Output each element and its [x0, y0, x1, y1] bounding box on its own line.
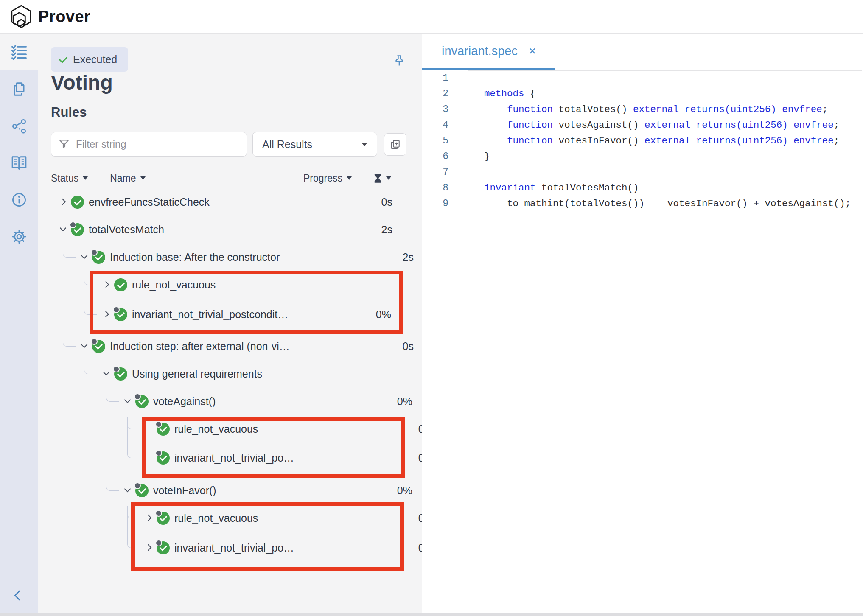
- tree-row[interactable]: invariant_not_trivial_po… 0% 0s: [51, 444, 422, 471]
- close-icon[interactable]: ×: [529, 45, 536, 57]
- sidebar-item-call-resolution[interactable]: [0, 107, 38, 144]
- rule-name: envfreeFuncsStaticCheck: [89, 196, 322, 208]
- chevron-down-icon[interactable]: [122, 396, 133, 407]
- pin-panel-button[interactable]: [392, 54, 406, 68]
- code-line[interactable]: 6}: [422, 149, 863, 165]
- status-passed-icon: [135, 395, 149, 408]
- chevron-right-icon[interactable]: [143, 542, 154, 553]
- chevron-down-icon[interactable]: [101, 368, 112, 379]
- status-passed-icon: [135, 484, 149, 497]
- line-number: 4: [422, 118, 448, 133]
- code-line[interactable]: 1: [422, 70, 863, 86]
- caret-down-icon: [347, 176, 352, 180]
- tab-label: invariant.spec: [442, 44, 518, 58]
- sort-by-status[interactable]: Status: [51, 173, 88, 184]
- chevron-right-icon[interactable]: [101, 279, 112, 290]
- run-panel: Executed Voting Rules All Results St: [38, 34, 422, 616]
- tab-invariant-spec[interactable]: invariant.spec ×: [422, 34, 536, 68]
- rule-progress: 0%: [408, 423, 422, 435]
- code-line[interactable]: 8invariant totalVotesMatch(): [422, 180, 863, 196]
- code-text: function totalVotes() external returns(u…: [484, 102, 828, 118]
- tree-row[interactable]: envfreeFuncsStaticCheck 0s: [51, 188, 392, 216]
- info-circle-icon: [11, 192, 27, 208]
- code-line[interactable]: 5 function votesInFavor() external retur…: [422, 133, 863, 149]
- status-passed-icon: [114, 308, 127, 321]
- status-passed-icon: [71, 196, 84, 209]
- icon-sidebar: [0, 34, 38, 616]
- horizontal-scrollbar[interactable]: [0, 613, 863, 616]
- sort-by-time[interactable]: [374, 173, 391, 183]
- brand[interactable]: Prover: [9, 5, 90, 28]
- tree-row[interactable]: rule_not_vacuous 1s: [51, 271, 422, 298]
- tree-row[interactable]: invariant_not_trivial_po… 0% 0s: [51, 534, 422, 561]
- gear-icon: [11, 229, 27, 245]
- duplicate-tab-button[interactable]: [384, 133, 406, 156]
- chevron-down-icon[interactable]: [57, 224, 68, 235]
- line-number: 5: [422, 133, 448, 149]
- rule-name: voteAgainst(): [153, 395, 387, 408]
- hourglass-icon: [374, 173, 382, 183]
- line-number: 6: [422, 149, 448, 165]
- tree-row[interactable]: voteInFavor() 0% 0s: [51, 477, 422, 504]
- status-passed-icon: [157, 512, 170, 525]
- code-text: }: [484, 149, 490, 165]
- rule-time: 0s: [348, 196, 392, 208]
- code-line[interactable]: 3 function totalVotes() external returns…: [422, 102, 863, 118]
- share-graph-icon: [11, 118, 27, 134]
- sidebar-item-contracts[interactable]: [0, 70, 38, 107]
- chevron-down-icon[interactable]: [78, 252, 90, 263]
- checklist-icon: [11, 45, 28, 60]
- sidebar-item-rules[interactable]: [0, 34, 38, 70]
- chevron-down-icon[interactable]: [78, 341, 90, 352]
- tree-row[interactable]: Induction base: After the constructor 2s: [51, 244, 414, 271]
- progress-column-label: Progress: [303, 173, 342, 184]
- filter-input[interactable]: [51, 132, 247, 157]
- rule-name: rule_not_vacuous: [174, 512, 408, 524]
- tree-row[interactable]: rule_not_vacuous 0% 0s: [51, 504, 422, 532]
- code-text: function votesAgainst() external returns…: [484, 118, 839, 133]
- code-line[interactable]: 9 to_mathint(totalVotes()) == votesInFav…: [422, 196, 863, 212]
- rule-name: rule_not_vacuous: [132, 279, 366, 291]
- results-filter-dropdown[interactable]: All Results: [252, 132, 377, 157]
- sort-by-name[interactable]: Name: [110, 173, 145, 184]
- code-line[interactable]: 7: [422, 165, 863, 180]
- line-number: 1: [422, 70, 448, 86]
- chevron-right-icon[interactable]: [57, 196, 68, 207]
- status-passed-icon: [71, 223, 84, 236]
- editor-tab-bar: invariant.spec ×: [422, 34, 863, 70]
- chevron-right-icon[interactable]: [101, 309, 112, 320]
- sidebar-item-settings[interactable]: [0, 218, 38, 255]
- rule-name: rule_not_vacuous: [174, 423, 408, 435]
- code-area[interactable]: 12methods {3 function totalVotes() exter…: [422, 70, 863, 212]
- chevron-left-icon: [14, 590, 24, 600]
- status-column-label: Status: [51, 173, 78, 184]
- collapse-sidebar-button[interactable]: [0, 592, 38, 599]
- code-line[interactable]: 2methods {: [422, 86, 863, 102]
- code-line[interactable]: 4 function votesAgainst() external retur…: [422, 118, 863, 133]
- rule-progress: 0%: [408, 452, 422, 464]
- tree-row[interactable]: Using general requirements 0s: [51, 360, 422, 387]
- chevron-down-icon[interactable]: [122, 485, 133, 496]
- tree-row[interactable]: voteAgainst() 0% 0s: [51, 388, 422, 415]
- chevron-right-icon[interactable]: [143, 512, 154, 524]
- open-book-icon: [11, 155, 28, 171]
- rule-name: totalVotesMatch: [89, 224, 322, 236]
- sort-by-progress[interactable]: Progress: [303, 173, 352, 184]
- results-filter-value: All Results: [262, 138, 312, 151]
- check-icon: [59, 54, 68, 63]
- files-icon: [11, 81, 27, 97]
- tree-row[interactable]: invariant_not_trivial_postcondit… 0% 0s: [51, 301, 422, 328]
- tree-row[interactable]: Induction step: after external (non-vi… …: [51, 333, 414, 360]
- sidebar-item-docs[interactable]: [0, 144, 38, 181]
- spec-editor: invariant.spec × 12methods {3 function t…: [422, 34, 863, 616]
- rule-name: invariant_not_trivial_po…: [174, 542, 408, 554]
- rule-name: voteInFavor(): [153, 484, 387, 497]
- name-column-label: Name: [110, 173, 136, 184]
- tree-row[interactable]: rule_not_vacuous 0% 0s: [51, 415, 422, 442]
- tree-row[interactable]: totalVotesMatch 2s: [51, 216, 392, 243]
- rule-name: Induction step: after external (non-vi…: [110, 340, 344, 353]
- rule-time: 0s: [391, 368, 422, 380]
- sidebar-item-info[interactable]: [0, 181, 38, 218]
- line-number: 8: [422, 180, 448, 196]
- rule-progress: 0%: [387, 484, 412, 497]
